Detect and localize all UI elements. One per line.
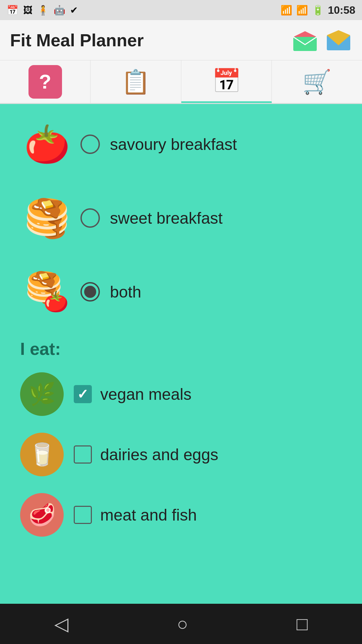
tab-question[interactable]: ? <box>0 60 90 103</box>
both-tomato-icon: 🍅 <box>44 290 69 314</box>
checkbox-vegan[interactable]: ✓ <box>74 385 92 403</box>
tab-cart[interactable]: 🛒 <box>272 60 362 103</box>
calendar-status-icon: 📅 <box>7 5 18 16</box>
savoury-label: savoury breakfast <box>110 135 237 154</box>
tab-list[interactable]: 📋 <box>90 60 181 103</box>
tab-calendar[interactable]: 📅 <box>181 60 272 103</box>
meat-icon-circle: 🥩 <box>20 493 64 537</box>
savoury-label-row: savoury breakfast <box>80 135 237 154</box>
header-action-icons <box>292 29 352 52</box>
wifi-icon: 📶 <box>281 5 292 16</box>
image-status-icon: 🖼 <box>23 5 33 16</box>
list-tab-icon: 📋 <box>121 68 150 96</box>
back-button[interactable]: ◁ <box>54 613 68 635</box>
vegan-leaf-icon: 🌿 <box>28 381 56 407</box>
battery-icon: 🔋 <box>312 5 324 16</box>
sweet-label-row: sweet breakfast <box>80 208 223 228</box>
meat-icon: 🥩 <box>28 502 56 528</box>
savoury-icon-container: 🍅 <box>20 117 74 171</box>
radio-option-both: 🥞 🍅 both <box>20 265 342 319</box>
app-title: Fit Meal Planner <box>10 30 144 50</box>
checkbox-dairies[interactable] <box>74 445 92 464</box>
radio-sweet[interactable] <box>80 208 100 228</box>
sweet-label: sweet breakfast <box>110 209 223 227</box>
meat-label: meat and fish <box>100 506 197 524</box>
closed-mail-icon[interactable] <box>325 29 352 52</box>
pancakes-icon: 🥞 <box>24 200 70 236</box>
checkbox-vegan-row: 🌿 ✓ vegan meals <box>20 372 342 416</box>
main-content: 🍅 savoury breakfast 🥞 sweet breakfast 🥞 … <box>0 104 362 604</box>
bottom-nav: ◁ ○ □ <box>0 604 362 644</box>
checkbox-meat[interactable] <box>74 506 92 524</box>
cart-tab-icon: 🛒 <box>302 68 331 96</box>
status-bar: 📅 🖼 🧍 🤖 ✔ 📶 📶 🔋 10:58 <box>0 0 362 20</box>
home-button[interactable]: ○ <box>177 613 188 635</box>
dairies-label: dairies and eggs <box>100 445 218 464</box>
both-label-row: both <box>80 282 141 302</box>
vegan-label: vegan meals <box>100 385 191 404</box>
sweet-icon-container: 🥞 <box>20 191 74 245</box>
svg-marker-4 <box>327 30 350 35</box>
android-status-icon: 🤖 <box>54 5 65 16</box>
radio-savoury[interactable] <box>80 135 100 154</box>
eat-section: I eat: 🌿 ✓ vegan meals 🥛 dairies and egg… <box>20 339 342 537</box>
checkmark-icon: ✓ <box>77 386 88 402</box>
tomato-icon: 🍅 <box>24 126 70 163</box>
signal-icon: 📶 <box>296 5 308 16</box>
calendar-tab-icon: 📅 <box>212 67 241 95</box>
vegan-icon-circle: 🌿 <box>20 372 64 416</box>
checkbox-dairies-row: 🥛 dairies and eggs <box>20 433 342 476</box>
radio-both[interactable] <box>80 282 100 302</box>
status-right-icons: 📶 📶 🔋 10:58 <box>281 4 355 16</box>
radio-option-sweet: 🥞 sweet breakfast <box>20 191 342 245</box>
radio-both-inner <box>84 286 96 298</box>
check-status-icon: ✔ <box>70 5 78 16</box>
dairies-icon-circle: 🥛 <box>20 433 64 476</box>
app-header: Fit Meal Planner <box>0 20 362 60</box>
eat-section-header: I eat: <box>20 339 342 359</box>
person-status-icon: 🧍 <box>37 5 49 16</box>
recents-button[interactable]: □ <box>297 613 308 635</box>
tab-bar: ? 📋 📅 🛒 <box>0 60 362 104</box>
both-emoji-stack: 🥞 🍅 <box>25 270 69 314</box>
radio-option-savoury: 🍅 savoury breakfast <box>20 117 342 171</box>
svg-marker-1 <box>293 31 317 37</box>
dairies-icon: 🥛 <box>28 442 56 467</box>
open-mail-icon[interactable] <box>292 29 318 52</box>
time-display: 10:58 <box>328 4 355 16</box>
status-left-icons: 📅 🖼 🧍 🤖 ✔ <box>7 5 78 16</box>
both-label: both <box>110 283 141 301</box>
checkbox-meat-row: 🥩 meat and fish <box>20 493 342 537</box>
both-icon-container: 🥞 🍅 <box>20 265 74 319</box>
